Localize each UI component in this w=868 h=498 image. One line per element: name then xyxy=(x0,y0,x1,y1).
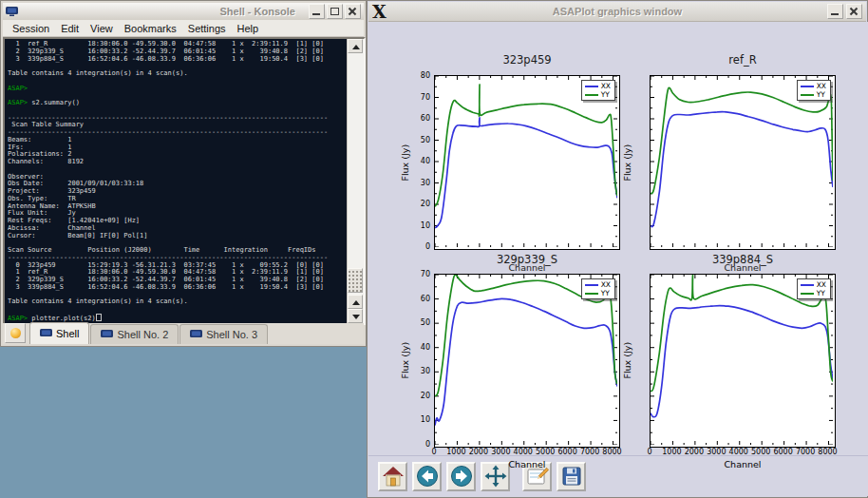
scroll-thumb[interactable] xyxy=(348,268,363,293)
konsole-window: Shell - Konsole Session Edit View Bookma… xyxy=(0,0,367,347)
new-session-button[interactable] xyxy=(5,323,26,343)
legend: XXYY xyxy=(581,278,615,299)
y-tick-label: 80 xyxy=(411,71,430,80)
menu-bookmarks[interactable]: Bookmarks xyxy=(119,22,182,35)
subplot-title-329p339_S: 329p339_S xyxy=(434,253,620,266)
series-XX xyxy=(651,306,833,417)
shell-tab-icon xyxy=(101,330,113,339)
maximize-button[interactable] xyxy=(327,4,343,19)
y-tick-label: 0 xyxy=(411,242,430,251)
y-tick-label: 70 xyxy=(411,93,430,102)
series-YY xyxy=(651,87,833,193)
konsole-titlebar[interactable]: Shell - Konsole xyxy=(3,3,364,20)
tab-shell[interactable]: Shell xyxy=(29,322,89,344)
x-axis-label: Channel xyxy=(434,459,620,469)
y-tick-label: 40 xyxy=(411,157,430,165)
y-tick-label: 30 xyxy=(411,179,430,187)
y-tick-label: 70 xyxy=(411,270,430,278)
scroll-up-button[interactable] xyxy=(348,39,363,53)
figure-canvas[interactable]: 323p459 Flux (Jy) Channel XXYY ref_R Flu… xyxy=(368,22,868,457)
subplot-title-323p459: 323p459 xyxy=(434,53,620,67)
x-axis-label: Channel xyxy=(650,459,836,469)
legend: XXYY xyxy=(797,80,831,101)
y-tick-label: 30 xyxy=(411,367,430,375)
minimize-button[interactable] xyxy=(309,4,325,19)
y-tick-label: 60 xyxy=(411,295,430,303)
arrow-up-icon xyxy=(352,300,360,305)
tab-shell-2[interactable]: Shell No. 2 xyxy=(90,324,179,344)
konsole-window-title: Shell - Konsole xyxy=(220,6,295,17)
series-XX xyxy=(435,118,617,228)
terminal-scrollbar[interactable] xyxy=(347,39,364,323)
menu-edit[interactable]: Edit xyxy=(55,22,85,35)
menu-settings[interactable]: Settings xyxy=(182,22,232,35)
new-session-icon xyxy=(10,328,21,338)
close-button[interactable] xyxy=(846,4,862,19)
arrow-down-icon xyxy=(352,315,360,319)
home-icon xyxy=(382,465,405,488)
asaplot-window: X ASAPlot graphics window 323p459 Flux (… xyxy=(367,0,868,498)
series-XX xyxy=(435,298,617,425)
axes-339p884_S: XXYY xyxy=(650,274,836,448)
axes-329p339_S: XXYY xyxy=(434,274,620,448)
y-tick-label: 60 xyxy=(411,114,430,123)
y-tick-label: 10 xyxy=(411,221,430,230)
y-tick-label: 20 xyxy=(411,200,430,208)
y-axis-label: Flux (Jy) xyxy=(400,144,410,182)
legend: XXYY xyxy=(581,80,615,101)
y-axis-label: Flux (Jy) xyxy=(622,341,632,379)
shell-tab-icon xyxy=(40,329,52,338)
series-YY xyxy=(435,85,617,206)
y-tick-label: 40 xyxy=(411,343,430,352)
terminal-text: 1 ref_R 18:30:06.0 -49.59.30.0 04:47:58 … xyxy=(8,41,347,323)
menu-view[interactable]: View xyxy=(85,22,119,35)
minimize-button[interactable] xyxy=(827,4,843,19)
y-tick-label: 10 xyxy=(411,415,430,424)
menu-session[interactable]: Session xyxy=(7,22,55,35)
arrow-up-icon xyxy=(352,45,360,49)
legend: XXYY xyxy=(797,278,831,299)
axes-ref_R: XXYY xyxy=(650,75,836,250)
konsole-app-icon xyxy=(6,7,18,16)
scroll-up-button-2[interactable] xyxy=(348,295,363,309)
menu-help[interactable]: Help xyxy=(232,22,265,35)
y-axis-label: Flux (Jy) xyxy=(622,144,632,182)
konsole-tabbar: Shell Shell No. 2 Shell No. 3 xyxy=(3,323,364,344)
series-XX xyxy=(651,112,833,227)
shell-tab-icon xyxy=(190,330,202,339)
subplot-title-339p884_S: 339p884_S xyxy=(650,253,836,266)
home-button[interactable] xyxy=(378,462,407,491)
asaplot-window-title: ASAPlot graphics window xyxy=(368,6,866,17)
y-axis-label: Flux (Jy) xyxy=(400,341,410,379)
y-tick-label: 50 xyxy=(411,318,430,327)
scroll-down-button[interactable] xyxy=(348,309,363,323)
tab-shell-3[interactable]: Shell No. 3 xyxy=(179,324,268,344)
y-tick-label: 50 xyxy=(411,136,430,144)
subplot-title-ref_R: ref_R xyxy=(650,53,836,67)
close-button[interactable] xyxy=(345,4,361,19)
terminal-viewport[interactable]: 1 ref_R 18:30:06.0 -49.59.30.0 04:47:58 … xyxy=(3,37,366,325)
axes-323p459: XXYY xyxy=(434,75,620,250)
y-tick-label: 20 xyxy=(411,392,430,400)
asaplot-titlebar[interactable]: X ASAPlot graphics window xyxy=(368,2,866,22)
konsole-menubar: Session Edit View Bookmarks Settings Hel… xyxy=(3,20,364,37)
